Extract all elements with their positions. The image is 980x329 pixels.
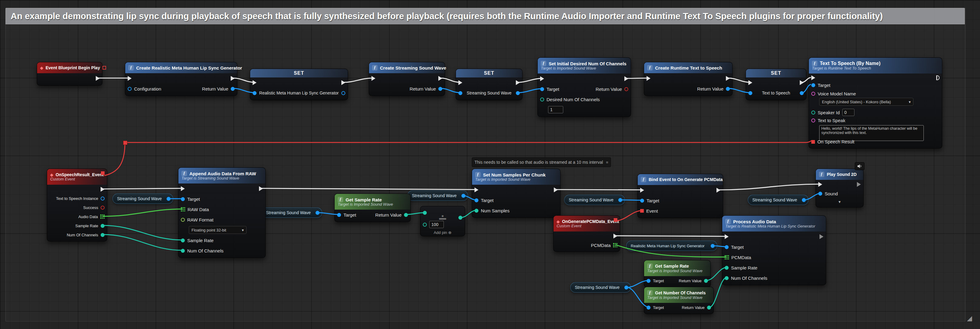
target-pin[interactable] xyxy=(337,213,341,217)
sample-rate-pin[interactable] xyxy=(725,266,729,270)
event-pin[interactable] xyxy=(640,209,644,213)
var-get-streaming-sound-wave[interactable]: Streaming Sound Wave xyxy=(261,208,322,218)
node-get-sample-rate[interactable]: ƒGet Sample Rate Target is Imported Soun… xyxy=(334,194,410,222)
exec-out-pin[interactable] xyxy=(857,182,861,187)
node-get-sample-rate[interactable]: ƒGet Sample Rate Target is Imported Soun… xyxy=(644,260,711,288)
voice-model-dropdown[interactable]: English (United States) - Kokoro (Bella)… xyxy=(819,98,913,106)
exec-in-pin[interactable] xyxy=(458,80,462,85)
value-out-pin[interactable] xyxy=(461,194,465,198)
exec-in-pin[interactable] xyxy=(128,76,132,81)
raw-format-pin[interactable] xyxy=(181,218,185,222)
desired-num-channels-input[interactable] xyxy=(548,106,563,113)
text-to-speak-pin[interactable] xyxy=(811,118,815,122)
num-channels-pin[interactable] xyxy=(100,233,105,237)
value-out-pin[interactable] xyxy=(618,198,622,202)
configuration-pin[interactable] xyxy=(128,87,132,91)
dividend-pin[interactable] xyxy=(423,211,427,215)
exec-in-pin[interactable] xyxy=(748,80,752,85)
exec-in-pin[interactable] xyxy=(181,186,185,191)
voice-model-name-pin[interactable] xyxy=(811,92,815,96)
node-set-lipsync-generator[interactable]: SET Realistic Meta Human Lip Sync Genera… xyxy=(250,69,348,100)
exec-out-pin[interactable] xyxy=(100,187,105,192)
return-value-pin[interactable] xyxy=(438,87,442,91)
exec-out-pin[interactable] xyxy=(613,234,617,238)
exec-in-pin[interactable] xyxy=(811,75,815,80)
latent-exec-out-pin[interactable] xyxy=(936,75,940,80)
bubble-pin-icon[interactable]: ≡ xyxy=(606,160,609,165)
value-in-pin[interactable] xyxy=(458,91,462,95)
result-pin[interactable] xyxy=(458,216,462,219)
success-pin[interactable] xyxy=(100,206,105,210)
node-process-audio-data[interactable]: ƒProcess Audio Data Target is Realistic … xyxy=(722,215,826,285)
target-pin[interactable] xyxy=(725,245,729,249)
speaker-id-pin[interactable] xyxy=(811,111,815,114)
target-pin[interactable] xyxy=(540,87,544,91)
value-out-pin[interactable] xyxy=(315,211,320,215)
raw-data-pin[interactable] xyxy=(181,207,185,211)
exec-in-pin[interactable] xyxy=(253,80,256,85)
exec-in-pin[interactable] xyxy=(474,188,479,192)
exec-in-pin[interactable] xyxy=(818,182,822,187)
target-pin[interactable] xyxy=(811,83,815,87)
node-set-initial-desired-num-channels[interactable]: ƒSet Initial Desired Num Of Channels Tar… xyxy=(538,57,631,117)
return-value-pin[interactable] xyxy=(726,87,730,91)
value-out-pin[interactable] xyxy=(341,91,345,95)
var-get-streaming-sound-wave[interactable]: Streaming Sound Wave xyxy=(748,195,808,205)
tts-instance-pin[interactable] xyxy=(100,197,105,200)
exec-out-pin[interactable] xyxy=(341,80,345,85)
node-bind-event-on-generate-pcmdata[interactable]: ƒ Bind Event to On Generate PCMData Targ… xyxy=(638,174,723,218)
exec-out-pin[interactable] xyxy=(726,76,730,81)
node-set-text-to-speech[interactable]: SET Text to Speech xyxy=(746,69,807,100)
node-create-lipsync-generator[interactable]: ƒ Create Realistic Meta Human Lip Sync G… xyxy=(125,62,237,96)
on-speech-result-pin[interactable] xyxy=(811,140,815,144)
delegate-pin[interactable] xyxy=(614,218,617,222)
node-append-audio-data-from-raw[interactable]: ƒAppend Audio Data From RAW Target is St… xyxy=(178,167,266,258)
exec-out-pin[interactable] xyxy=(96,76,100,81)
num-samples-pin[interactable] xyxy=(474,209,479,213)
node-divide[interactable]: ÷ Add pin ⊕ xyxy=(420,206,465,236)
pcm-data-pin[interactable] xyxy=(613,243,617,247)
return-value-pin[interactable] xyxy=(704,279,708,283)
comment-node-title[interactable]: An example demonstrating lip sync during… xyxy=(5,8,965,24)
exec-out-pin[interactable] xyxy=(438,76,442,81)
pcm-data-pin[interactable] xyxy=(725,255,729,259)
target-pin[interactable] xyxy=(640,199,644,203)
node-on-speech-result-event[interactable]: ◆OnSpeechResult_Event Custom Event Text … xyxy=(47,168,107,242)
num-channels-pin[interactable] xyxy=(181,249,185,253)
exec-out-pin[interactable] xyxy=(716,188,721,192)
value-out-pin[interactable] xyxy=(711,244,714,248)
value-out-pin[interactable] xyxy=(802,198,806,202)
return-value-pin[interactable] xyxy=(404,213,408,217)
blueprint-canvas[interactable]: An example demonstrating lip sync during… xyxy=(0,0,980,329)
delegate-pin[interactable] xyxy=(102,66,106,70)
return-value-pin[interactable] xyxy=(624,87,628,91)
exec-out-pin[interactable] xyxy=(819,234,824,239)
node-event-begin-play[interactable]: ◆ Event Blueprint Begin Play xyxy=(37,62,102,86)
target-pin[interactable] xyxy=(646,305,651,310)
comment-resize-handle[interactable]: ◢ xyxy=(967,315,972,322)
value-in-pin[interactable] xyxy=(253,91,256,95)
node-create-streaming-sound-wave[interactable]: ƒ Create Streaming Sound Wave Return Val… xyxy=(369,62,445,96)
exec-out-pin[interactable] xyxy=(800,80,804,85)
node-get-number-of-channels[interactable]: ƒGet Number Of Channels Target is Import… xyxy=(644,287,714,314)
node-comment-bubble[interactable]: This needs to be called so that audio is… xyxy=(472,157,611,167)
var-get-streaming-sound-wave[interactable]: Streaming Sound Wave xyxy=(564,195,625,205)
exec-in-pin[interactable] xyxy=(646,76,651,81)
exec-out-pin[interactable] xyxy=(554,188,558,192)
num-channels-pin[interactable] xyxy=(725,276,729,280)
return-value-pin[interactable] xyxy=(707,305,711,310)
add-pin-button[interactable]: Add pin ⊕ xyxy=(420,230,465,235)
value-out-pin[interactable] xyxy=(800,91,804,95)
node-play-sound-2d[interactable]: ƒ Play Sound 2D Sound ▾ xyxy=(816,168,864,208)
var-get-streaming-sound-wave[interactable]: Streaming Sound Wave xyxy=(113,194,173,204)
exec-in-pin[interactable] xyxy=(540,76,544,81)
value-out-pin[interactable] xyxy=(624,286,628,289)
text-to-speak-input[interactable]: Hello, world! The lips of the MetaHuman … xyxy=(819,125,924,141)
raw-format-dropdown[interactable]: Floating point 32-bit▾ xyxy=(189,226,247,234)
value-in-pin[interactable] xyxy=(748,91,752,95)
audio-data-pin[interactable] xyxy=(100,215,105,219)
sample-rate-pin[interactable] xyxy=(100,224,105,228)
divisor-input[interactable] xyxy=(429,221,444,228)
target-pin[interactable] xyxy=(181,197,185,201)
exec-out-pin[interactable] xyxy=(259,186,263,191)
